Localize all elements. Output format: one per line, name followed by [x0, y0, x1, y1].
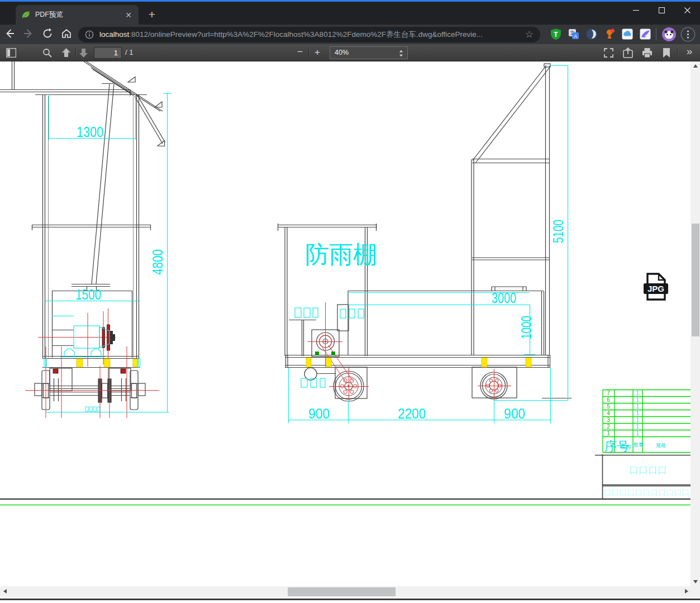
- svg-text:1: 1: [636, 390, 639, 396]
- window-controls: [623, 2, 700, 20]
- page-count-label: / 1: [125, 48, 133, 56]
- svg-text:5: 5: [607, 403, 610, 410]
- svg-text:1: 1: [636, 410, 639, 416]
- maximize-button[interactable]: [649, 2, 674, 18]
- back-button[interactable]: [0, 27, 19, 42]
- cad-drawing-page: 1300 4800 1500 3000 1000 5100 900 2200 9…: [0, 0, 700, 603]
- bird-extension-icon[interactable]: [639, 28, 651, 40]
- scroll-right-arrow[interactable]: [685, 589, 688, 593]
- toolbar-separator: [656, 28, 656, 40]
- close-window-button[interactable]: [674, 2, 700, 18]
- url-text[interactable]: localhost:8012/onlinePreview?url=http%3A…: [99, 30, 525, 40]
- tab-bar: PDF预览 ✕ +: [0, 2, 700, 25]
- print-button[interactable]: [642, 48, 653, 58]
- next-page-button[interactable]: [79, 48, 88, 58]
- svg-text:1: 1: [636, 397, 639, 403]
- tab-title: PDF预览: [35, 10, 124, 20]
- svg-text:900: 900: [504, 406, 525, 421]
- svg-text:1: 1: [636, 403, 639, 410]
- scroll-up-arrow[interactable]: [693, 64, 698, 68]
- svg-text:1: 1: [636, 430, 639, 436]
- cad-yellow-marks: [77, 358, 531, 367]
- svg-text:1: 1: [636, 417, 639, 423]
- svg-text:1: 1: [636, 424, 639, 430]
- red-badge-extension-icon[interactable]: [603, 28, 616, 40]
- zoom-in-button[interactable]: +: [312, 47, 322, 59]
- reload-button[interactable]: [38, 28, 57, 41]
- tab-close-icon[interactable]: ✕: [124, 11, 133, 20]
- home-button[interactable]: [57, 28, 76, 41]
- parts-table-qty: 1 1 1 1 1 1 1: [636, 390, 639, 436]
- browser-window: 1300 4800 1500 3000 1000 5100 900 2200 9…: [0, 0, 700, 603]
- svg-text:名称: 名称: [620, 444, 631, 450]
- zoom-out-button[interactable]: −: [295, 46, 305, 59]
- titleblock-glyphs: 口口口口 口口口口口口口口口口口: [603, 465, 689, 497]
- svg-text:3000: 3000: [492, 290, 516, 306]
- spring-leaf-favicon: [21, 11, 30, 20]
- browser-tab[interactable]: PDF预览 ✕: [16, 5, 139, 25]
- svg-text:T: T: [554, 31, 558, 39]
- svg-text:A: A: [574, 34, 577, 39]
- profile-avatar[interactable]: [662, 27, 676, 41]
- bookmark-star-icon[interactable]: ☆: [525, 29, 534, 40]
- svg-text:4: 4: [607, 410, 610, 416]
- svg-text:6: 6: [607, 397, 610, 403]
- jpg-file-icon: JPG: [644, 274, 668, 300]
- zoom-select[interactable]: 40%: [330, 46, 408, 59]
- parts-table-header: 序号 名称 数量 规格: [604, 439, 666, 453]
- svg-text:口口口口: 口口口口: [629, 465, 667, 476]
- vertical-scrollbar-thumb[interactable]: [692, 224, 699, 336]
- vertical-scrollbar[interactable]: [691, 61, 700, 586]
- svg-text:数量: 数量: [634, 442, 644, 448]
- scroll-down-arrow[interactable]: [693, 580, 698, 583]
- svg-text:1300: 1300: [77, 124, 103, 140]
- translate-extension-icon[interactable]: 文A: [568, 28, 580, 40]
- browser-menu-button[interactable]: [680, 27, 696, 42]
- horizontal-scrollbar-thumb[interactable]: [288, 587, 396, 596]
- previous-page-button[interactable]: [61, 48, 71, 58]
- search-button[interactable]: [42, 48, 52, 58]
- parts-table-numbers: 7 6 5 4 3 2 1: [607, 390, 610, 436]
- svg-text:900: 900: [308, 406, 330, 421]
- bookmark-button[interactable]: [663, 48, 670, 58]
- svg-text:5100: 5100: [550, 220, 566, 243]
- canopy-label: 防雨棚: [305, 241, 377, 268]
- horizontal-scrollbar[interactable]: [0, 586, 700, 597]
- svg-text:1: 1: [607, 430, 610, 436]
- cad-coupler-fills: [110, 331, 116, 344]
- address-bar[interactable]: localhost:8012/onlinePreview?url=http%3A…: [78, 27, 540, 42]
- svg-text:3: 3: [607, 417, 610, 423]
- cad-dark-lines: [0, 61, 691, 499]
- scroll-left-arrow[interactable]: [3, 589, 7, 593]
- browser-toolbar: localhost:8012/onlinePreview?url=http%3A…: [0, 25, 700, 44]
- fullscreen-button[interactable]: [604, 48, 613, 58]
- toolbar-more-button[interactable]: »: [683, 45, 696, 59]
- svg-text:口口口口口口口口口口口: 口口口口口口口口口口口: [603, 488, 689, 497]
- svg-text:规格: 规格: [656, 443, 666, 448]
- sidebar-toggle-button[interactable]: [6, 48, 16, 58]
- svg-text:7: 7: [607, 390, 610, 396]
- forward-button[interactable]: [19, 27, 38, 42]
- window-bottom-edge: [0, 599, 700, 600]
- cloud-extension-icon[interactable]: [621, 28, 634, 40]
- pdf-toolbar: / 1 − + 40% »: [0, 44, 700, 61]
- svg-text:1000: 1000: [518, 316, 534, 339]
- cad-dim-texts: 1300 4800 1500 3000 1000 5100 900 2200 9…: [75, 124, 566, 421]
- cad-flange-fills: [53, 325, 126, 373]
- minimize-button[interactable]: [623, 2, 649, 18]
- svg-text:2: 2: [607, 424, 610, 430]
- svg-text:1500: 1500: [75, 287, 101, 302]
- svg-text:2200: 2200: [398, 406, 426, 421]
- tampermonkey-extension-icon[interactable]: T: [550, 28, 562, 40]
- page-number-input[interactable]: [94, 47, 122, 59]
- svg-text:JPG: JPG: [647, 284, 664, 293]
- new-tab-button[interactable]: +: [144, 7, 160, 23]
- svg-text:4800: 4800: [150, 249, 165, 275]
- dark-sphere-extension-icon[interactable]: [585, 28, 598, 40]
- open-file-button[interactable]: [623, 48, 633, 58]
- site-info-icon[interactable]: [85, 30, 94, 39]
